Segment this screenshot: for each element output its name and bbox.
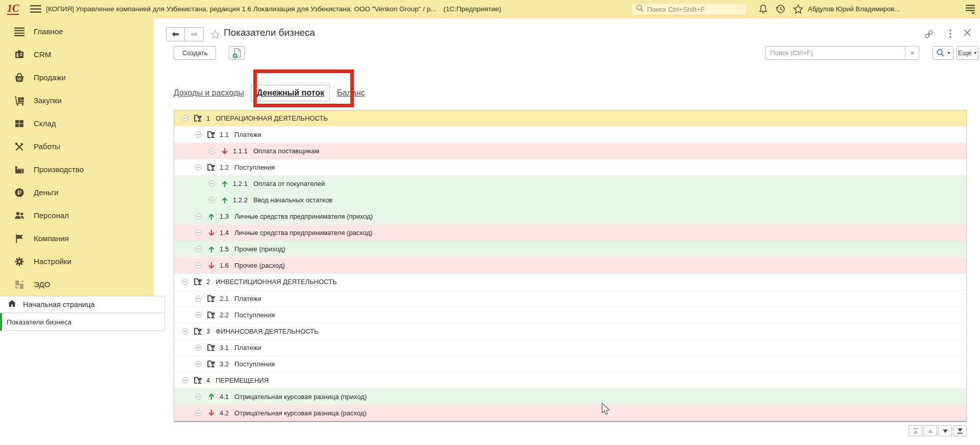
tab-cash-flow[interactable]: Денежный поток xyxy=(251,85,330,101)
collapse-toggle-icon[interactable] xyxy=(195,295,202,302)
item-code: 4 xyxy=(206,377,210,384)
scroll-up-button[interactable] xyxy=(923,425,937,436)
create-button[interactable]: Создать xyxy=(174,46,216,60)
tree-row-2.1[interactable]: Σ2.1Платежи xyxy=(174,291,966,307)
sidebar-item-zakupki[interactable]: Закупки xyxy=(0,89,154,112)
sidebar-item-dengi[interactable]: PДеньги xyxy=(0,181,154,204)
global-search-input[interactable] xyxy=(647,6,743,13)
home-page-item[interactable]: Начальная страница xyxy=(0,296,164,313)
item-code: 2.1 xyxy=(220,295,229,302)
tree-row-2[interactable]: Σ2ИНВЕСТИЦИОННАЯ ДЕЯТЕЛЬНОСТЬ xyxy=(174,274,966,290)
collapse-toggle-icon[interactable] xyxy=(195,312,202,318)
tree-row-2.2[interactable]: Σ2.2Поступления xyxy=(174,307,966,323)
collapse-toggle-icon[interactable] xyxy=(208,148,215,154)
collapse-toggle-icon[interactable] xyxy=(195,229,202,236)
sidebar-item-nastroyki[interactable]: Настройки xyxy=(0,250,154,273)
sidebar-item-proizvodstvo[interactable]: Производство xyxy=(0,158,154,181)
boxes-icon xyxy=(14,118,25,129)
caret-down-icon xyxy=(947,52,950,54)
tree-row-1.4[interactable]: 1.4Личные средства предпринимателя (расх… xyxy=(174,225,966,241)
hamburger-menu-icon[interactable] xyxy=(30,4,42,16)
collapse-toggle-icon[interactable] xyxy=(182,115,188,122)
tree-row-1.2[interactable]: Σ1.2Поступления xyxy=(174,159,966,176)
scroll-to-bottom-button[interactable] xyxy=(953,425,967,436)
expense-down-arrow-icon xyxy=(220,147,229,155)
forward-button[interactable] xyxy=(185,27,204,41)
svg-text:Σ: Σ xyxy=(210,313,214,319)
current-user[interactable]: Абдулов Юрий Владимиров... xyxy=(808,5,935,13)
tab-income-expense[interactable]: Доходы и расходы xyxy=(174,88,244,98)
scroll-to-top-button[interactable] xyxy=(909,425,922,436)
tree-row-1.6[interactable]: 1.6Прочее (расход) xyxy=(174,257,966,274)
tree-row-3[interactable]: Σ3ФИНАНСОВАЯ ДЕЯТЕЛЬНОСТЬ xyxy=(174,323,966,340)
item-code: 2 xyxy=(206,278,210,286)
open-window-item-active[interactable]: Показатели бизнеса xyxy=(0,313,164,331)
cashflow-items-tree: Σ1ОПЕРАЦИОННАЯ ДЕЯТЕЛЬНОСТЬΣ1.1Платежи1.… xyxy=(174,110,967,422)
sections-panel: ГлавноеCRMПродажиЗакупкиСкладРаботыПроиз… xyxy=(0,18,154,296)
find-button[interactable] xyxy=(933,46,953,60)
tree-row-1.2.2[interactable]: 1.2.2Ввод начальных остатков xyxy=(174,192,966,208)
tab-balance[interactable]: Баланс xyxy=(337,88,365,98)
collapse-toggle-icon[interactable] xyxy=(195,164,202,171)
sidebar-item-prodazhi[interactable]: Продажи xyxy=(0,66,154,89)
back-button[interactable] xyxy=(166,27,185,41)
sidebar-item-edo[interactable]: ЭДО xyxy=(0,273,154,296)
item-name: ФИНАНСОВАЯ ДЕЯТЕЛЬНОСТЬ xyxy=(216,327,318,335)
collapse-toggle-icon[interactable] xyxy=(195,246,202,252)
list-search-box: × xyxy=(766,46,919,60)
more-button[interactable]: Еще xyxy=(957,46,978,60)
close-form-icon[interactable] xyxy=(964,29,971,38)
1c-logo[interactable]: 1С xyxy=(7,3,19,15)
collapse-toggle-icon[interactable] xyxy=(182,328,188,335)
scroll-down-button[interactable] xyxy=(938,425,952,436)
service-menu-icon[interactable] xyxy=(965,4,976,17)
people-icon xyxy=(14,210,25,221)
list-search-input[interactable] xyxy=(766,46,905,59)
more-dots-icon[interactable] xyxy=(949,29,952,40)
sidebar-item-raboty[interactable]: Работы xyxy=(0,135,154,158)
tree-row-3.1[interactable]: Σ3.1Платежи xyxy=(174,340,966,356)
collapse-toggle-icon[interactable] xyxy=(195,262,202,269)
tree-row-1.3[interactable]: 1.3Личные средства предпринимателя (прих… xyxy=(174,208,966,225)
collapse-toggle-icon[interactable] xyxy=(182,278,188,285)
svg-text:Σ: Σ xyxy=(210,296,214,303)
history-icon[interactable] xyxy=(775,4,786,16)
collapse-toggle-icon[interactable] xyxy=(195,131,202,138)
collapse-toggle-icon[interactable] xyxy=(195,410,202,416)
favorites-star-icon[interactable] xyxy=(793,4,804,17)
tree-row-1.5[interactable]: 1.5Прочее (приход) xyxy=(174,241,966,257)
create-group-button[interactable] xyxy=(229,46,245,60)
tree-row-3.2[interactable]: Σ3.2Поступления xyxy=(174,356,966,372)
tree-row-1.2.1[interactable]: 1.2.1Оплата от покупателей xyxy=(174,176,966,192)
tree-row-1.1.1[interactable]: 1.1.1Оплата поставщикам xyxy=(174,143,966,159)
tree-row-4.1[interactable]: 4.1Отрицательная курсовая разница (прихо… xyxy=(174,389,966,405)
tree-row-1[interactable]: Σ1ОПЕРАЦИОННАЯ ДЕЯТЕЛЬНОСТЬ xyxy=(174,110,966,127)
collapse-toggle-icon[interactable] xyxy=(208,180,215,187)
clear-search-icon[interactable]: × xyxy=(905,46,919,59)
form-area: Показатели бизнеса Создать × Еще Доходы … xyxy=(154,18,980,445)
sidebar-item-sklad[interactable]: Склад xyxy=(0,112,154,135)
item-name: ОПЕРАЦИОННАЯ ДЕЯТЕЛЬНОСТЬ xyxy=(216,114,328,122)
favorite-toggle-star-icon[interactable] xyxy=(210,29,221,42)
open-windows-panel: Начальная страница Показатели бизнеса xyxy=(0,296,165,331)
collapse-toggle-icon[interactable] xyxy=(208,197,215,203)
get-link-icon[interactable] xyxy=(924,29,934,41)
collapse-toggle-icon[interactable] xyxy=(195,393,202,400)
sidebar-item-label: CRM xyxy=(34,50,51,59)
sidebar-item-kompaniya[interactable]: Компания xyxy=(0,227,154,250)
collapse-toggle-icon[interactable] xyxy=(195,361,202,367)
tree-row-1.1[interactable]: Σ1.1Платежи xyxy=(174,127,966,143)
item-code: 1.2.2 xyxy=(233,196,248,204)
collapse-toggle-icon[interactable] xyxy=(195,344,202,351)
sidebar-item-crm[interactable]: CRM xyxy=(0,43,154,66)
item-code: 1 xyxy=(206,114,210,122)
sidebar-item-personal[interactable]: Персонал xyxy=(0,204,154,227)
notifications-bell-icon[interactable] xyxy=(758,4,769,16)
tree-row-4[interactable]: Σ4ПЕРЕМЕЩЕНИЯ xyxy=(174,372,966,389)
global-search[interactable] xyxy=(632,3,747,15)
sidebar-item-glavnoe[interactable]: Главное xyxy=(0,20,154,43)
item-name: Прочее (расход) xyxy=(234,262,285,269)
collapse-toggle-icon[interactable] xyxy=(182,377,188,384)
tree-row-4.2[interactable]: 4.2Отрицательная курсовая разница (расхо… xyxy=(174,405,966,421)
collapse-toggle-icon[interactable] xyxy=(195,213,202,220)
